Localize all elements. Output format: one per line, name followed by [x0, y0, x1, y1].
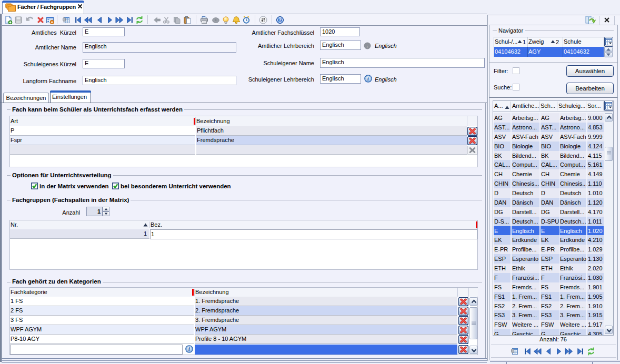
svg-text:i: i	[367, 76, 369, 82]
svg-text:i: i	[188, 346, 190, 352]
svg-text:?: ?	[278, 17, 282, 23]
